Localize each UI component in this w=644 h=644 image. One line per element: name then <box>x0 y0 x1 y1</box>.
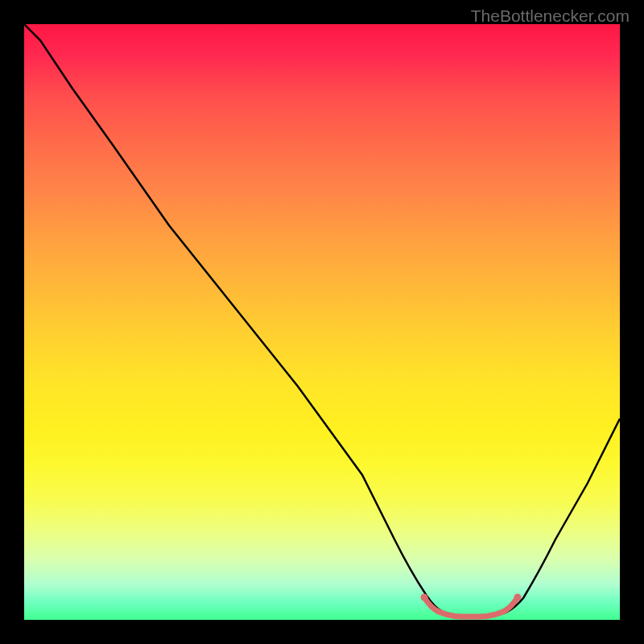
optimal-range-highlight <box>424 597 518 617</box>
bottleneck-curve <box>24 24 620 617</box>
highlight-mid-dot-1 <box>448 613 453 617</box>
highlight-start-dot <box>421 594 428 601</box>
watermark-text: TheBottlenecker.com <box>471 6 630 26</box>
highlight-end-dot <box>514 594 522 601</box>
highlight-mid-dot-2 <box>469 614 473 619</box>
chart-container <box>24 24 620 620</box>
highlight-mid-dot-3 <box>489 613 493 617</box>
chart-svg <box>24 24 620 620</box>
